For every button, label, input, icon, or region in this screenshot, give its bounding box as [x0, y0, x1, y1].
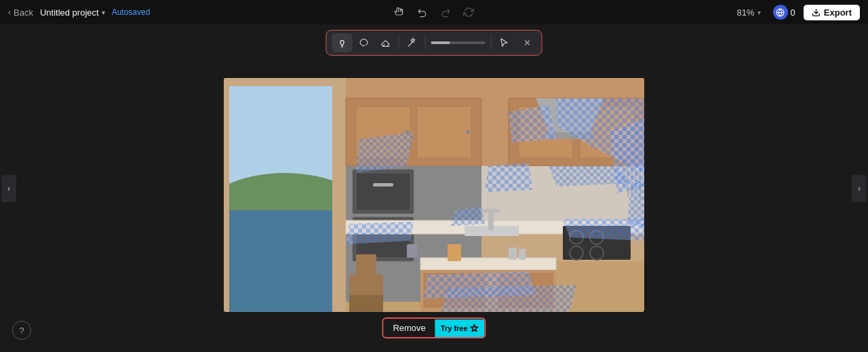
- canvas-area: ‹: [0, 24, 868, 352]
- zoom-chevron-icon: ▾: [757, 9, 761, 16]
- hand-icon: [394, 7, 405, 18]
- remove-button[interactable]: Remove Try free: [382, 317, 486, 338]
- svg-marker-71: [549, 166, 631, 187]
- pointer-tool-button[interactable]: [494, 33, 515, 52]
- globe-svg-icon: [776, 8, 785, 17]
- brush-size-slider-fill: [431, 41, 450, 44]
- undo-button[interactable]: [416, 5, 429, 19]
- export-button[interactable]: Export: [804, 5, 860, 20]
- svg-rect-32: [356, 173, 410, 210]
- svg-rect-12: [224, 78, 229, 312]
- header-right: 81% ▾ 0 Export: [733, 5, 860, 20]
- svg-marker-80: [485, 163, 532, 192]
- svg-marker-75: [441, 285, 576, 312]
- svg-rect-11: [224, 210, 346, 312]
- eraser-tool-button[interactable]: [376, 33, 396, 52]
- svg-marker-76: [346, 222, 414, 244]
- svg-rect-58: [407, 244, 417, 258]
- globe-button[interactable]: 0: [773, 5, 795, 20]
- brush-tool-button[interactable]: [332, 33, 353, 52]
- project-title[interactable]: Untitled project ▾: [40, 7, 105, 18]
- svg-rect-43: [480, 209, 500, 213]
- svg-rect-59: [509, 248, 517, 260]
- toolbar-divider-1: [399, 36, 399, 50]
- magic-wand-icon: [407, 37, 418, 48]
- kitchen-image: [224, 78, 644, 312]
- svg-rect-42: [488, 210, 494, 231]
- svg-rect-9: [224, 78, 346, 187]
- toolbar-divider-2: [425, 36, 426, 50]
- magic-wand-tool-button[interactable]: [402, 33, 422, 52]
- toolbar-divider-3: [491, 36, 492, 50]
- svg-rect-57: [448, 244, 461, 261]
- export-icon: [812, 8, 821, 17]
- hand-tool-button[interactable]: [393, 5, 406, 19]
- svg-rect-13: [332, 78, 346, 312]
- svg-rect-34: [373, 183, 393, 187]
- zoom-level-text: 81%: [737, 7, 755, 18]
- undo-icon: [417, 7, 428, 18]
- remove-button-container: Remove Try free: [382, 317, 486, 338]
- lasso-tool-button[interactable]: [354, 33, 374, 52]
- globe-count: 0: [791, 7, 795, 18]
- svg-rect-37: [420, 258, 556, 270]
- next-arrow-icon: ›: [858, 184, 861, 193]
- pointer-icon: [499, 37, 510, 48]
- svg-line-2: [408, 42, 413, 47]
- magic-sparkle-icon: [470, 324, 479, 333]
- svg-rect-14: [224, 78, 346, 86]
- help-label: ?: [19, 326, 24, 336]
- header-left: ‹ Back Untitled project ▾ Autosaved: [8, 7, 150, 18]
- toolbar-slider-area: [429, 41, 488, 44]
- refresh-button[interactable]: [462, 5, 475, 19]
- brush-size-slider[interactable]: [431, 41, 486, 44]
- close-icon: [524, 39, 532, 47]
- help-button[interactable]: ?: [12, 321, 31, 340]
- svg-marker-78: [509, 105, 556, 142]
- zoom-control[interactable]: 81% ▾: [733, 6, 765, 19]
- redo-icon: [440, 7, 451, 18]
- redo-button[interactable]: [439, 5, 452, 19]
- back-chevron-icon: ‹: [8, 7, 11, 17]
- prev-arrow-icon: ‹: [7, 184, 10, 193]
- project-title-chevron-icon: ▾: [102, 9, 105, 16]
- header: ‹ Back Untitled project ▾ Autosaved: [0, 0, 868, 24]
- svg-rect-56: [349, 295, 383, 312]
- refresh-icon: [463, 7, 474, 18]
- svg-point-20: [466, 130, 470, 134]
- back-button[interactable]: ‹ Back: [8, 7, 33, 18]
- header-center-controls: [393, 5, 475, 19]
- next-image-button[interactable]: ›: [852, 175, 867, 202]
- toolbar-close-button[interactable]: [519, 34, 536, 52]
- eraser-tool-icon: [380, 37, 391, 48]
- back-label: Back: [14, 7, 33, 18]
- try-free-badge: Try free: [435, 319, 485, 337]
- floating-toolbar: [326, 30, 542, 56]
- brush-tool-icon: [337, 37, 348, 48]
- autosaved-status: Autosaved: [112, 7, 151, 17]
- lasso-tool-icon: [359, 37, 370, 48]
- prev-image-button[interactable]: ‹: [1, 175, 16, 202]
- export-label: Export: [824, 7, 852, 18]
- project-title-text: Untitled project: [40, 7, 99, 18]
- try-free-text: Try free: [441, 324, 468, 332]
- svg-rect-18: [417, 106, 471, 158]
- globe-icon: [773, 5, 788, 20]
- svg-rect-60: [519, 249, 526, 260]
- svg-rect-55: [356, 254, 376, 295]
- image-container: [224, 78, 644, 312]
- remove-label: Remove: [383, 319, 435, 337]
